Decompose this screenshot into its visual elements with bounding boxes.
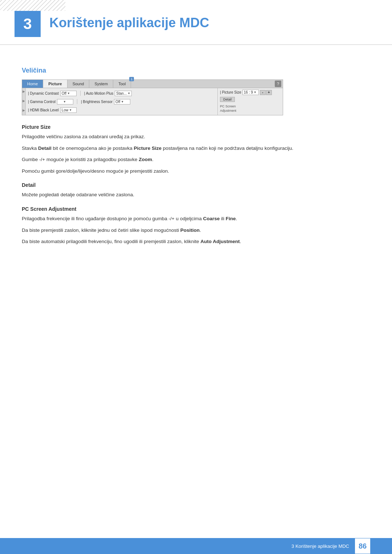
brightness-sensor-label: | Brightness Sensor (81, 100, 113, 104)
tab-home[interactable]: Home (22, 80, 43, 88)
footer-page-number: 86 (355, 538, 370, 554)
chapter-title: Korištenje aplikacije MDC (49, 11, 209, 30)
auto-motion-arrow: ▼ (127, 92, 130, 95)
picture-size-arrow: ▼ (254, 91, 257, 94)
dynamic-contrast-value: Off (62, 91, 66, 95)
ui-row-2: | Gamma Control ▼ | Brightness Sensor Of… (28, 98, 215, 105)
auto-motion-select[interactable]: Stan... ▼ (115, 91, 132, 96)
gamma-arrow: ▼ (63, 100, 66, 103)
picture-size-para-2: Stavka Detail bit će onemogućena ako je … (22, 144, 370, 152)
picture-size-para-1: Prilagodite veličinu zaslona za odabrani… (22, 133, 370, 141)
gamma-label: | Gamma Control (28, 100, 56, 104)
pc-screen-label: PC ScreenAdjustment (220, 104, 281, 113)
detail-row: Detail (220, 96, 281, 102)
picture-size-label: | Picture Size (220, 90, 241, 94)
hdmi-black-value: Low (62, 108, 68, 112)
zoom-plus-btn[interactable]: + (266, 90, 272, 95)
ui-row-3: | HDMI Black Level Low ▼ (28, 106, 215, 114)
detail-button[interactable]: Detail (220, 97, 235, 102)
section-title: Veličina (22, 67, 370, 74)
picture-size-row: | Picture Size 16 : 9 ▼ - + (220, 90, 281, 95)
subsection-title-detail: Detail (22, 182, 370, 188)
header-decoration (0, 0, 65, 11)
auto-motion-value: Stan... (116, 91, 127, 95)
zoom-minus-btn[interactable]: - (260, 90, 266, 95)
content-area: Veličina Home Picture Sound System Tool … (0, 49, 392, 271)
dynamic-contrast-select[interactable]: Off ▼ (60, 91, 77, 96)
ui-row-1: | Dynamic Contrast Off ▼ | Auto Motion P… (28, 90, 215, 97)
pc-screen-para-3: Da biste automatski prilagodili frekvenc… (22, 238, 370, 246)
picture-size-para-3: Gumbe -/+ moguće je koristiti za prilago… (22, 156, 370, 164)
tab-tool-container: Tool 1 (113, 80, 131, 88)
tab-picture[interactable]: Picture (43, 80, 67, 88)
gamma-value (58, 100, 62, 104)
header: 3 Korištenje aplikacije MDC (0, 0, 392, 45)
auto-motion-label: | Auto Motion Plus (84, 91, 113, 95)
arrow-icon-1: ▶ (23, 90, 25, 93)
tab-tool[interactable]: Tool (113, 80, 131, 88)
pc-screen-para-2: Da biste premjestili zaslon, kliknite je… (22, 226, 370, 234)
brightness-sensor-arrow: ▼ (121, 100, 124, 103)
subsection-title-picture-size: Picture Size (22, 124, 370, 130)
dynamic-contrast-arrow: ▼ (67, 92, 70, 95)
brightness-sensor-value: Off (115, 100, 120, 104)
ui-left-panel: ▶ ▶ ▶ (22, 88, 26, 115)
picture-size-value: 16 : 9 (244, 90, 253, 94)
hdmi-black-label: | HDMI Black Level (28, 108, 59, 112)
tab-badge: 1 (129, 77, 134, 81)
ui-toolbar: Home Picture Sound System Tool 1 ? (22, 80, 283, 88)
ui-content: ▶ ▶ ▶ | Dynamic Contrast Off ▼ | Auto Mo… (22, 88, 283, 115)
separator-2 (77, 99, 77, 104)
zoom-buttons: - + (260, 90, 272, 95)
tab-sound[interactable]: Sound (68, 80, 90, 88)
picture-size-para-4: Pomoću gumbi gore/dolje/lijevo/desno mog… (22, 167, 370, 175)
hdmi-black-arrow: ▼ (69, 108, 72, 112)
picture-size-select[interactable]: 16 : 9 ▼ (242, 90, 259, 95)
ui-main-controls: | Dynamic Contrast Off ▼ | Auto Motion P… (26, 88, 217, 115)
help-button[interactable]: ? (275, 81, 281, 87)
detail-para-1: Možete pogledati detalje odabrane veliči… (22, 191, 370, 199)
ui-right-panel: | Picture Size 16 : 9 ▼ - + Detail PC Sc… (217, 88, 283, 115)
gamma-select[interactable]: ▼ (57, 99, 73, 104)
tab-system[interactable]: System (89, 80, 113, 88)
footer: 3 Korištenje aplikacije MDC 86 (0, 538, 392, 554)
arrow-icon-3: ▶ (23, 108, 25, 112)
hdmi-black-select[interactable]: Low ▼ (60, 107, 77, 113)
chapter-number: 3 (15, 11, 41, 37)
dynamic-contrast-label: | Dynamic Contrast (28, 91, 59, 95)
arrow-icon-2: ▶ (23, 99, 25, 103)
brightness-sensor-select[interactable]: Off ▼ (114, 99, 130, 104)
subsection-title-pc-screen: PC Screen Adjustment (22, 206, 370, 212)
separator-1 (80, 91, 81, 96)
ui-screenshot: Home Picture Sound System Tool 1 ? ▶ ▶ ▶… (22, 79, 283, 115)
pc-screen-para-1: Prilagodba frekvencije ili fino ugađanje… (22, 215, 370, 223)
footer-text: 3 Korištenje aplikacije MDC (291, 543, 349, 549)
